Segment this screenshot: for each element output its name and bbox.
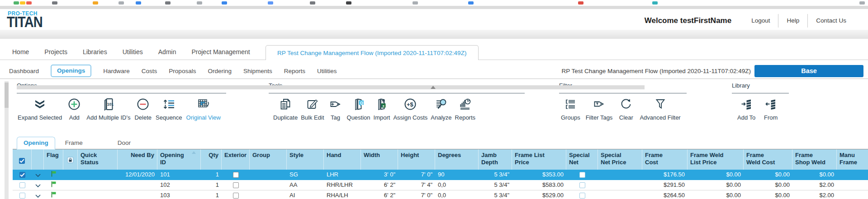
toolbar-button-groups[interactable]: Groups <box>561 96 580 121</box>
cell-jamb_depth[interactable]: 5 3/4" <box>479 170 512 180</box>
row-checkbox[interactable] <box>19 172 25 178</box>
column-header-degrees[interactable]: Degrees <box>435 149 479 170</box>
flag-icon[interactable] <box>51 191 57 199</box>
cell-width[interactable]: 6' 2" <box>361 190 398 199</box>
cell-exterior[interactable] <box>222 180 250 190</box>
subtab-door[interactable]: Door <box>111 137 137 149</box>
cell-jamb_depth[interactable]: 5 3/4" <box>479 190 512 199</box>
toolbar-button-add[interactable]: Add <box>66 96 82 121</box>
cell-select[interactable] <box>13 190 32 199</box>
row-checkbox[interactable] <box>19 182 25 188</box>
bookmark-icon[interactable] <box>859 1 865 5</box>
cell-frame_shop_weld[interactable]: $2.00 <box>792 180 837 190</box>
chevron-down-icon[interactable] <box>35 170 41 180</box>
cell-special_net_price[interactable] <box>598 190 642 199</box>
cell-frame_list_price[interactable]: $353.00 <box>512 170 566 180</box>
special_net-checkbox[interactable] <box>579 172 585 178</box>
column-header-flag[interactable]: Flag <box>44 149 63 170</box>
cell-need_by[interactable] <box>118 190 157 199</box>
table-row-102[interactable]: 1021AARHR/LHR6' 2"7' 4"0,05 3/4"$583.00$… <box>13 180 868 190</box>
column-header-lock[interactable] <box>63 149 78 170</box>
toolbar-button-import[interactable]: xImport <box>374 96 390 121</box>
tab-openings[interactable]: Openings <box>51 65 91 77</box>
cell-expander[interactable] <box>32 170 44 180</box>
cell-manu_frame[interactable] <box>837 190 868 199</box>
flag-icon[interactable] <box>51 170 57 180</box>
cell-frame_list_price[interactable]: $583.00 <box>512 180 566 190</box>
cell-exterior[interactable] <box>222 190 250 199</box>
toolbar-button-add-multiple-id-s[interactable]: 101Add Multiple ID's <box>86 96 130 121</box>
collapse-arrow-icon[interactable] <box>431 86 436 89</box>
cell-group[interactable] <box>250 190 287 199</box>
bookmark-icon[interactable] <box>652 1 658 5</box>
toolbar-button-from[interactable]: From <box>763 96 779 121</box>
bookmark-icon[interactable] <box>93 1 98 5</box>
special_net-checkbox[interactable] <box>579 193 585 199</box>
cell-qty[interactable]: 1 <box>201 190 222 199</box>
chevron-down-icon[interactable] <box>35 191 41 199</box>
cell-expander[interactable] <box>32 190 44 199</box>
special_net-checkbox[interactable] <box>579 182 585 188</box>
cell-group[interactable] <box>250 180 287 190</box>
cell-flag[interactable] <box>44 180 63 190</box>
bookmark-icon[interactable] <box>346 1 351 5</box>
chevron-down-icon[interactable] <box>35 180 41 190</box>
cell-height[interactable]: 7' 4" <box>398 180 435 190</box>
cell-select[interactable] <box>13 180 32 190</box>
cell-manu_frame[interactable] <box>837 170 868 180</box>
toolbar-button-expand-selected[interactable]: Expand Selected <box>18 96 62 121</box>
bookmark-icon[interactable] <box>20 1 25 5</box>
toolbar-button-sequence[interactable]: Sequence <box>156 96 182 121</box>
column-header-group[interactable]: Group <box>250 149 287 170</box>
cell-qty[interactable]: 1 <box>201 180 222 190</box>
toolbar-button-question[interactable]: QQuestion <box>347 96 370 121</box>
cell-special_net[interactable] <box>566 190 598 199</box>
cell-frame_list_price[interactable]: $529.00 <box>512 190 566 199</box>
toolbar-button-add-to[interactable]: Add To <box>737 96 755 121</box>
column-header-hand[interactable]: Hand <box>324 149 361 170</box>
bookmark-icon[interactable] <box>119 1 124 5</box>
cell-exterior[interactable] <box>222 170 250 180</box>
cell-style[interactable]: AA <box>287 180 324 190</box>
exterior-checkbox[interactable] <box>233 193 239 199</box>
toolbar-button-analyze[interactable]: Analyze <box>431 96 451 121</box>
cell-frame_weld_cost[interactable]: $0.00 <box>744 170 792 180</box>
bookmark-icon[interactable] <box>310 1 315 5</box>
cell-quick_status[interactable] <box>78 180 118 190</box>
cell-degrees[interactable]: 0,0 <box>435 180 479 190</box>
cell-hand[interactable]: RHR/LHR <box>324 180 361 190</box>
bookmark-icon[interactable] <box>468 1 474 5</box>
cell-height[interactable]: 7' 0" <box>398 190 435 199</box>
column-header-style[interactable]: Style <box>287 149 324 170</box>
column-header-frame_weld_list_price[interactable]: Frame Weld List Price <box>688 149 744 170</box>
nav-item-admin[interactable]: Admin <box>158 45 176 60</box>
bookmark-icon[interactable] <box>14 1 19 5</box>
cell-style[interactable]: SG <box>287 170 324 180</box>
select-all-checkbox[interactable] <box>19 158 25 164</box>
cell-width[interactable]: 6' 2" <box>361 180 398 190</box>
cell-flag[interactable] <box>44 170 63 180</box>
tab-reports[interactable]: Reports <box>284 68 305 74</box>
cell-opening_id[interactable]: 102 <box>157 180 201 190</box>
nav-item-libraries[interactable]: Libraries <box>83 45 107 60</box>
bookmark-icon[interactable] <box>578 1 583 5</box>
cell-style[interactable]: AI <box>287 190 324 199</box>
column-header-special_net_price[interactable]: Special Net Price <box>598 149 642 170</box>
tab-costs[interactable]: Costs <box>142 68 157 74</box>
toolbar-button-clear[interactable]: Clear <box>618 96 634 121</box>
cell-quick_status[interactable] <box>78 170 118 180</box>
cell-select[interactable] <box>13 170 32 180</box>
column-header-expander[interactable] <box>32 149 44 170</box>
cell-group[interactable] <box>250 170 287 180</box>
column-header-special_net[interactable]: Special Net <box>566 149 598 170</box>
cell-opening_id[interactable]: 103 <box>157 190 201 199</box>
cell-need_by[interactable]: 12/01/2020 <box>118 170 157 180</box>
nav-item-home[interactable]: Home <box>12 45 29 60</box>
column-header-select[interactable] <box>13 149 32 170</box>
cell-hand[interactable]: LHR <box>324 170 361 180</box>
header-link-contact-us[interactable]: Contact Us <box>808 14 854 28</box>
header-link-logout[interactable]: Logout <box>743 14 778 28</box>
exterior-checkbox[interactable] <box>233 172 239 178</box>
cell-frame_shop_weld[interactable]: $2.00 <box>792 190 837 199</box>
column-header-width[interactable]: Width <box>361 149 398 170</box>
